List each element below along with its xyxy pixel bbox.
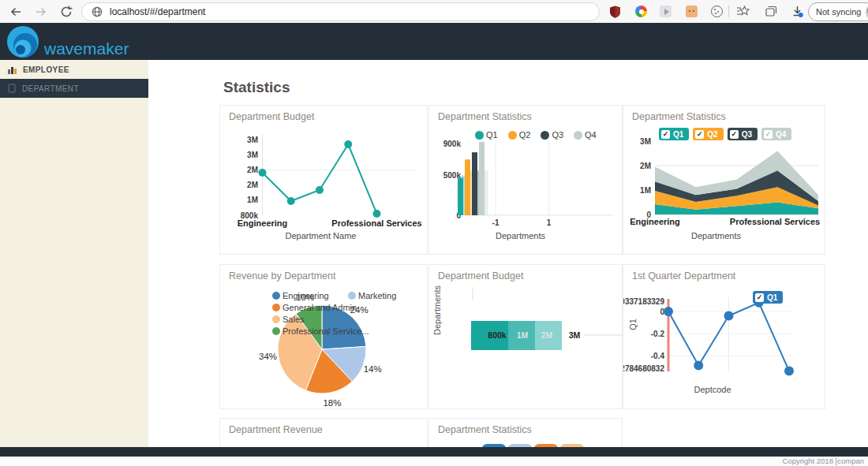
svg-text:3M: 3M (247, 136, 258, 144)
adblock-shield-icon[interactable] (608, 5, 622, 18)
svg-text:2M: 2M (640, 162, 651, 170)
svg-text:50337183329: 50337183329 (623, 297, 664, 306)
legend-dot-icon (475, 131, 484, 140)
svg-text:2M: 2M (541, 330, 553, 340)
svg-text:14%: 14% (364, 364, 382, 374)
site-info-globe-icon[interactable] (92, 6, 103, 17)
checkbox-icon: ✓ (661, 130, 670, 139)
legend-item-q1[interactable]: Q1 (475, 130, 498, 140)
url-text[interactable]: localhost/#/department (110, 6, 205, 17)
svg-text:1M: 1M (247, 196, 258, 204)
play-extension-icon[interactable] (659, 5, 672, 18)
svg-text:Engineering: Engineering (238, 218, 288, 228)
refresh-icon[interactable] (58, 4, 74, 20)
svg-text:3M: 3M (247, 151, 258, 159)
svg-text:1: 1 (547, 218, 552, 227)
legend-pill-q4[interactable]: ✓Q4 (761, 128, 791, 140)
svg-text:-0.4: -0.4 (651, 352, 665, 360)
downloads-icon[interactable] (791, 5, 804, 18)
x-axis-title: Departments (455, 231, 586, 240)
url-bar[interactable]: localhost/#/department (81, 2, 600, 21)
chart-panel-1st-quarter-department-line: 1st Quarter Department 503371833290-0.2-… (623, 264, 825, 409)
app-header: wavemaker (0, 23, 868, 60)
svg-text:2M: 2M (247, 181, 258, 189)
chart-title: Department Statistics (438, 424, 532, 435)
legend-item-q2[interactable]: Q2 (508, 130, 531, 140)
bar-chart-icon (8, 65, 17, 74)
x-axis-title: Departments (651, 231, 781, 240)
y-axis-title: Q1 (628, 319, 638, 330)
wavemaker-wave-icon (5, 25, 41, 60)
legend-item-general-and-admin[interactable]: General and Admin (272, 301, 357, 313)
chart-legend: EngineeringMarketingGeneral and AdminSal… (272, 289, 424, 337)
checkbox-icon: ✓ (755, 293, 764, 302)
back-icon[interactable] (8, 4, 24, 20)
legend-pill-q3[interactable]: ✓Q3 (728, 128, 758, 140)
legend-dot-icon (508, 131, 517, 140)
svg-text:34%: 34% (259, 352, 277, 361)
footer: Copyright 2018 [compan (0, 457, 868, 466)
sidebar-item-label: DEPARTMENT (22, 84, 79, 93)
legend-item-engineering[interactable]: Engineering (272, 289, 348, 301)
profile-not-syncing-button[interactable]: Not syncing (808, 2, 868, 21)
cookie-extension-icon[interactable] (710, 5, 724, 18)
legend-dot-icon (272, 315, 280, 323)
wavemaker-logo[interactable]: wavemaker (5, 25, 129, 60)
chart-panel-department-budget-line: Department Budget 800k1M2M2M3M3MEngineer… (219, 105, 428, 255)
horizontal-bar-chart: 800k1M2M3M (429, 265, 622, 408)
svg-text:900k: 900k (443, 140, 462, 148)
chart-panel-revenue-by-department-pie: Revenue by Department 24%14%18%34%10% En… (219, 264, 428, 409)
svg-text:3M: 3M (640, 137, 651, 146)
box-extension-icon[interactable] (685, 5, 698, 18)
sidebar-item-employee[interactable]: EMPLOYEE (0, 60, 148, 79)
app-window: localhost/#/department Not syncing (0, 0, 868, 466)
legend-item-q3[interactable]: Q3 (541, 130, 563, 140)
sidebar-nav: EMPLOYEE DEPARTMENT (0, 60, 148, 447)
collections-icon[interactable] (765, 5, 778, 18)
legend-dot-icon (272, 327, 280, 335)
legend-item-sales[interactable]: Sales (272, 313, 348, 325)
x-axis-title: Department Name (256, 231, 386, 240)
chart-panel-department-statistics-bar: Department Statistics -110500k900k Q1Q2Q… (428, 105, 623, 255)
legend-pill-q1[interactable]: ✓Q1 (659, 128, 689, 140)
svg-text:-0.2: -0.2 (651, 330, 665, 338)
legend-item-professional-service-[interactable]: Professional Service... (272, 325, 369, 337)
copyright-text: Copyright 2018 [compan (782, 457, 864, 465)
favorites-star-icon[interactable] (736, 5, 750, 18)
footer-bar (0, 447, 868, 457)
svg-text:2M: 2M (247, 166, 258, 174)
chart-title: Department Revenue (229, 424, 323, 435)
svg-text:1M: 1M (640, 186, 651, 195)
legend-dot-icon (272, 292, 280, 300)
forward-icon[interactable] (33, 4, 49, 20)
y-axis-title: Departments (432, 285, 442, 335)
checkbox-icon: ✓ (730, 130, 739, 139)
sidebar-item-label: EMPLOYEE (23, 65, 69, 74)
chart-panel-department-statistics-area: Department Statistics 01M2M3MEngineering… (623, 105, 825, 255)
svg-text:Professional Services: Professional Services (730, 217, 820, 226)
legend-pill-q2[interactable]: ✓Q2 (693, 128, 723, 140)
checkbox-icon: ✓ (764, 130, 773, 139)
legend-item-q4[interactable]: Q4 (574, 130, 597, 140)
svg-text:-1: -1 (492, 218, 499, 227)
chart-legend: Q1Q2Q3Q4 (475, 130, 597, 140)
legend-dot-icon (272, 304, 280, 311)
toolbar-separator (728, 6, 729, 17)
legend-dot-icon (541, 131, 549, 140)
main-content: Statistics Department Budget 800k1M2M2M3… (148, 60, 868, 447)
legend-item-marketing[interactable]: Marketing (348, 289, 424, 301)
x-axis-title: Deptcode (649, 385, 776, 394)
svg-text:800k: 800k (488, 330, 507, 340)
checkbox-icon: ✓ (695, 130, 704, 139)
pie-chart: 24%14%18%34%10% (220, 265, 427, 408)
svg-text:1M: 1M (517, 330, 529, 340)
browser-toolbar: localhost/#/department Not syncing (0, 0, 868, 24)
sidebar-item-department[interactable]: DEPARTMENT (0, 79, 148, 98)
svg-text:12784680832: 12784680832 (623, 364, 664, 373)
page-title: Statistics (223, 79, 290, 96)
speed-extension-icon[interactable] (634, 5, 648, 18)
svg-text:3M: 3M (569, 330, 581, 340)
chart-legend: ✓Q1✓Q2✓Q3✓Q4 (659, 128, 791, 140)
svg-text:Engineering: Engineering (630, 217, 680, 226)
legend-pill-q1[interactable]: ✓Q1 (753, 291, 783, 304)
